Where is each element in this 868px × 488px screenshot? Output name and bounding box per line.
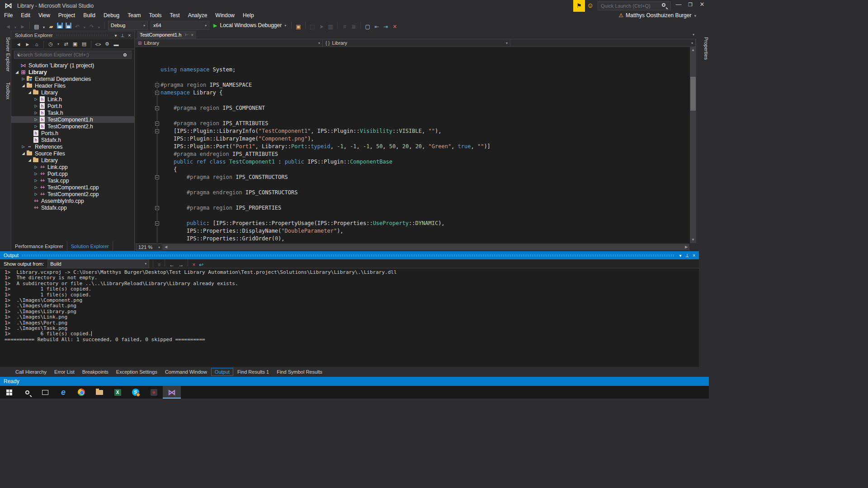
menu-edit[interactable]: Edit — [17, 12, 34, 19]
expander-open-icon[interactable]: ◢ — [20, 84, 26, 88]
pin-icon[interactable]: ⊥ — [184, 33, 189, 37]
expander-open-icon[interactable]: ◢ — [27, 158, 33, 162]
start-debugging-button[interactable]: ▶ Local Windows Debugger ▾ — [213, 22, 286, 28]
scroll-right-icon[interactable]: ▶ — [683, 244, 689, 250]
undo-icon[interactable]: ↶ — [73, 23, 81, 30]
nav-forward-icon[interactable]: ► — [19, 23, 27, 30]
solution-explorer-title-bar[interactable]: Solution Explorer ▾⊥× — [11, 31, 134, 39]
minimize-button[interactable]: — — [673, 0, 684, 10]
expander-closed-icon[interactable]: ▷ — [33, 172, 39, 176]
scroll-down-icon[interactable]: ▼ — [690, 237, 696, 243]
forward-icon[interactable]: ► — [24, 42, 31, 47]
debug-configuration-select[interactable]: Debug ▾ — [108, 21, 148, 30]
tree-item-assemblyinfo-cpp[interactable]: ++AssemblyInfo.cpp — [11, 197, 134, 204]
expander-closed-icon[interactable]: ▷ — [33, 192, 39, 196]
code-editor[interactable]: using namespace System;−#pragma region I… — [135, 47, 690, 243]
save-icon[interactable] — [57, 23, 63, 28]
comment-icon[interactable]: ≣ — [349, 23, 358, 30]
show-all-files-icon[interactable]: ▤ — [81, 41, 87, 47]
feedback-smiley-icon[interactable]: ☺ — [587, 1, 594, 9]
member-dropdown[interactable]: ▾ — [510, 39, 696, 47]
solution-explorer-search-input[interactable] — [14, 52, 123, 57]
pin-icon[interactable]: ⊥ — [683, 253, 691, 258]
tree-item-library[interactable]: ◢Library — [11, 89, 134, 96]
tree-item-testcomponent2-h[interactable]: ▷hTestComponent2.h — [11, 123, 134, 130]
tree-item-port-cpp[interactable]: ▷++Port.cpp — [11, 170, 134, 177]
side-tab-properties[interactable]: Properties — [696, 33, 709, 64]
window-position-icon[interactable]: ▾ — [677, 253, 683, 258]
home-icon[interactable]: ⌂ — [33, 42, 40, 47]
breakpoint-window-icon[interactable]: ⬚ — [308, 23, 316, 30]
back-icon[interactable]: ◄ — [15, 42, 22, 47]
side-tab-toolbox[interactable]: Toolbox — [0, 78, 11, 104]
save-all-icon[interactable] — [66, 23, 71, 28]
tree-item-task-cpp[interactable]: ▷++Task.cpp — [11, 177, 134, 184]
menu-project[interactable]: Project — [54, 12, 79, 19]
window-tab-error-list[interactable]: Error List — [51, 368, 78, 376]
new-project-icon[interactable]: ▤ — [33, 23, 41, 30]
tree-item-external-dependencies[interactable]: ▷External Dependencies — [11, 75, 134, 82]
restore-button[interactable]: ❐ — [684, 0, 696, 10]
fold-collapse-icon[interactable]: − — [155, 122, 159, 126]
quick-launch-input[interactable] — [598, 1, 671, 10]
menu-test[interactable]: Test — [166, 12, 184, 19]
scrollbar-thumb[interactable] — [690, 77, 696, 111]
fold-collapse-icon[interactable]: − — [155, 221, 159, 225]
tree-item-solution-library-1-project-[interactable]: ⋈Solution 'Library' (1 project) — [11, 62, 134, 69]
next-message-icon[interactable]: → — [178, 262, 184, 268]
fold-collapse-icon[interactable]: − — [155, 129, 159, 133]
document-well-dropdown-icon[interactable]: ▾ — [693, 33, 694, 37]
view-code-icon[interactable]: <> — [95, 42, 101, 47]
menu-window[interactable]: Window — [211, 12, 239, 19]
preview-icon[interactable]: ▬ — [113, 42, 119, 47]
type-dropdown[interactable]: { } Library ▾ — [323, 39, 510, 47]
tree-item-header-files[interactable]: ◢Header Files — [11, 82, 134, 89]
window-tab-breakpoints[interactable]: Breakpoints — [79, 368, 112, 376]
expander-open-icon[interactable]: ◢ — [14, 70, 20, 74]
close-icon[interactable]: × — [126, 33, 132, 38]
file-explorer-icon[interactable] — [90, 386, 108, 399]
window-tab-find-symbol-results[interactable]: Find Symbol Results — [273, 368, 326, 376]
chevron-down-icon[interactable]: ▾ — [42, 25, 46, 29]
expander-closed-icon[interactable]: ▷ — [20, 77, 26, 81]
document-tab[interactable]: TestComponent1.h ⊥ × — [137, 31, 196, 39]
clear-all-icon[interactable]: × — [192, 262, 195, 268]
fold-collapse-icon[interactable]: − — [155, 83, 159, 87]
redo-icon[interactable]: ↷ — [88, 23, 96, 30]
call-stack-icon[interactable]: ▥ — [326, 23, 335, 30]
properties-icon[interactable]: ⚙ — [104, 41, 110, 47]
tree-item-testcomponent1-h[interactable]: ▷hTestComponent1.h — [11, 116, 134, 123]
vertical-scrollbar[interactable]: ▲ ▼ — [690, 47, 696, 243]
attach-process-icon[interactable]: ▣ — [294, 23, 302, 30]
close-icon[interactable]: × — [191, 33, 193, 38]
menu-view[interactable]: View — [34, 12, 54, 19]
prev-message-icon[interactable]: ← — [169, 262, 175, 268]
menu-debug[interactable]: Debug — [99, 12, 123, 19]
nav-back-icon[interactable]: ◄ — [4, 23, 12, 30]
next-bookmark-icon[interactable]: ⇥ — [382, 23, 390, 30]
chrome-icon[interactable] — [72, 386, 90, 399]
window-tab-output[interactable]: Output — [211, 368, 233, 376]
output-source-select[interactable]: Build ▾ — [47, 259, 149, 268]
side-tab-server-explorer[interactable]: Server Explorer — [0, 33, 11, 76]
window-position-icon[interactable]: ▾ — [113, 33, 118, 38]
window-tab-call-hierarchy[interactable]: Call Hierarchy — [12, 368, 50, 376]
expander-closed-icon[interactable]: ▷ — [33, 165, 39, 169]
close-button[interactable]: ✕ — [696, 0, 708, 10]
menu-file[interactable]: File — [0, 12, 17, 19]
visual-studio-icon[interactable]: ⋈ — [163, 386, 181, 399]
indent-icon[interactable]: ≡ — [340, 23, 349, 30]
tree-item-references[interactable]: ▷▪▪References — [11, 143, 134, 150]
chevron-down-icon[interactable]: ▾ — [97, 25, 101, 29]
expander-closed-icon[interactable]: ▷ — [33, 111, 39, 115]
close-icon[interactable]: × — [691, 253, 697, 258]
scroll-up-icon[interactable]: ▲ — [690, 47, 696, 53]
pending-changes-filter-icon[interactable]: ◷ — [47, 41, 54, 47]
expander-closed-icon[interactable]: ▷ — [33, 178, 39, 183]
tree-item-link-h[interactable]: ▷hLink.h — [11, 96, 134, 103]
output-title-bar[interactable]: Output ▾⊥× — [0, 251, 699, 259]
notifications-flag-icon[interactable]: ⚑ — [573, 0, 585, 12]
fold-collapse-icon[interactable]: − — [155, 106, 159, 110]
tree-item-library[interactable]: ◢Library — [11, 157, 134, 164]
start-button[interactable] — [0, 386, 18, 399]
